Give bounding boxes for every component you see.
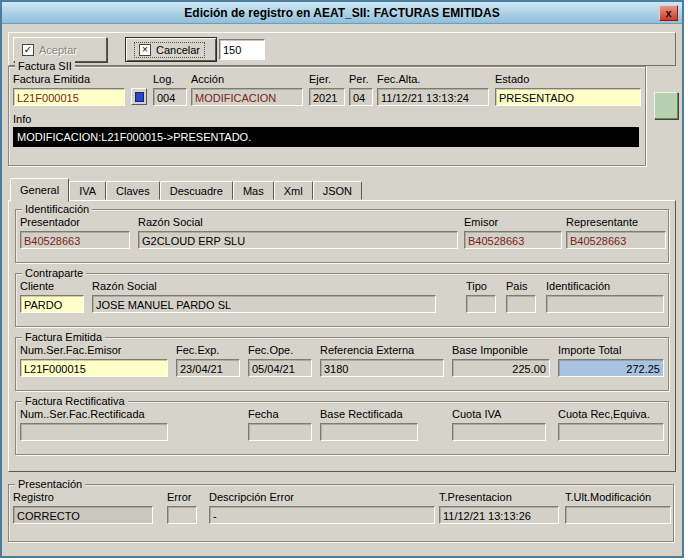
lookup-button[interactable] [131, 88, 147, 105]
representante-label: Representante [566, 216, 666, 230]
info-bar: MODIFICACION:L21F000015->PRESENTADO. [13, 127, 639, 147]
importe-total-label: Importe Total [558, 344, 664, 358]
log-cell: Log. 004 [153, 73, 187, 106]
fec-ope-cell: Fec.Ope. 05/04/21 [248, 344, 312, 377]
num-rectificada-field [20, 423, 168, 441]
tab-xml[interactable]: Xml [274, 181, 313, 200]
fec-alta-cell: Fec.Alta. 11/12/21 13:13:24 [377, 73, 489, 106]
per-cell: Per. 04 [349, 73, 373, 106]
emisor-field: B40528663 [464, 231, 562, 249]
contraparte-identificacion-cell: Identificación [546, 280, 664, 313]
toolbar: ✓ Aceptar × Cancelar [8, 32, 676, 66]
importe-total-field[interactable]: 272.25 [558, 359, 664, 377]
tab-general[interactable]: General [10, 178, 69, 202]
presentacion-legend: Presentación [15, 478, 85, 491]
descripcion-error-label: Descripción Error [209, 491, 435, 505]
cancel-button[interactable]: × Cancelar [125, 37, 217, 62]
accion-cell: Acción MODIFICACION [191, 73, 303, 106]
factura-emitida-label: Factura Emitida [13, 73, 125, 87]
accept-check-icon: ✓ [22, 44, 34, 56]
pais-cell: Pais [506, 280, 536, 313]
pais-field [506, 295, 536, 313]
fecha-field [248, 423, 312, 441]
error-field [167, 506, 197, 524]
tab-mas[interactable]: Mas [233, 181, 274, 200]
tab-json[interactable]: JSON [313, 181, 362, 200]
identificacion-group: Identificación Presentador B40528663 Raz… [15, 209, 669, 263]
accept-button[interactable]: ✓ Aceptar [13, 37, 107, 62]
razon-social-label: Razón Social [138, 216, 458, 230]
cuota-rec-cell: Cuota Rec,Equiva. [558, 408, 664, 441]
contraparte-group: Contraparte Cliente PARDO Razón Social J… [15, 273, 669, 327]
t-ult-modificacion-field [565, 506, 671, 524]
referencia-label: Referencia Externa [320, 344, 444, 358]
num-rectificada-cell: Num..Ser.Fac.Rectificada [20, 408, 168, 441]
contraparte-razon-field: JOSE MANUEL PARDO SL [92, 295, 436, 313]
num-ser-label: Num.Ser.Fac.Emisor [20, 344, 168, 358]
general-tab-panel: Identificación Presentador B40528663 Raz… [8, 200, 676, 472]
factura-emitida-legend: Factura Emitida [22, 331, 105, 344]
factura-emitida-group: Factura Emitida Num.Ser.Fac.Emisor L21F0… [15, 337, 669, 391]
close-button[interactable]: x [659, 5, 678, 21]
counter-input[interactable] [219, 39, 265, 60]
cuota-rec-label: Cuota Rec,Equiva. [558, 408, 664, 422]
per-field: 04 [349, 88, 373, 106]
error-cell: Error [167, 491, 197, 524]
factura-sii-legend: Factura SII [15, 60, 75, 73]
t-presentacion-label: T.Presentacion [439, 491, 559, 505]
cuota-iva-cell: Cuota IVA [452, 408, 546, 441]
base-imponible-label: Base Imponible [452, 344, 550, 358]
title-bar: Edición de registro en AEAT_SII: FACTURA… [2, 2, 682, 24]
registro-label: Registro [13, 491, 153, 505]
num-ser-field[interactable]: L21F000015 [20, 359, 168, 377]
dialog-window: Edición de registro en AEAT_SII: FACTURA… [0, 0, 684, 558]
referencia-cell: Referencia Externa 3180 [320, 344, 444, 377]
factura-emitida-field[interactable]: L21F000015 [13, 88, 125, 106]
tab-descuadre[interactable]: Descuadre [160, 181, 233, 200]
estado-label: Estado [495, 73, 641, 87]
cliente-field[interactable]: PARDO [20, 295, 84, 313]
estado-field[interactable]: PRESENTADO [495, 88, 641, 106]
presentador-cell: Presentador B40528663 [20, 216, 130, 249]
tab-iva[interactable]: IVA [69, 181, 106, 200]
estado-cell: Estado PRESENTADO [495, 73, 641, 106]
window-title: Edición de registro en AEAT_SII: FACTURA… [2, 2, 682, 24]
fec-alta-label: Fec.Alta. [377, 73, 489, 87]
per-label: Per. [349, 73, 373, 87]
accept-button-label: Aceptar [39, 44, 77, 56]
cuota-iva-label: Cuota IVA [452, 408, 546, 422]
lookup-icon [135, 92, 144, 102]
base-rectificada-label: Base Rectificada [320, 408, 418, 422]
estado-indicator[interactable] [654, 92, 678, 119]
t-ult-modificacion-cell: T.Ult.Modificación [565, 491, 671, 524]
razon-social-cell: Razón Social G2CLOUD ERP SLU [138, 216, 458, 249]
tipo-field [466, 295, 496, 313]
fecha-cell: Fecha [248, 408, 312, 441]
fecha-label: Fecha [248, 408, 312, 422]
cuota-rec-field [558, 423, 664, 441]
tipo-cell: Tipo [466, 280, 496, 313]
factura-emitida-cell: Factura Emitida L21F000015 [13, 73, 125, 106]
log-field: 004 [153, 88, 187, 106]
importe-total-cell: Importe Total 272.25 [558, 344, 664, 377]
referencia-field: 3180 [320, 359, 444, 377]
contraparte-identificacion-field [546, 295, 664, 313]
tipo-label: Tipo [466, 280, 496, 294]
fec-ope-label: Fec.Ope. [248, 344, 312, 358]
razon-social-field: G2CLOUD ERP SLU [138, 231, 458, 249]
fec-exp-label: Fec.Exp. [176, 344, 240, 358]
t-presentacion-field: 11/12/21 13:13:26 [439, 506, 559, 524]
t-presentacion-cell: T.Presentacion 11/12/21 13:13:26 [439, 491, 559, 524]
descripcion-error-cell: Descripción Error - [209, 491, 435, 524]
descripcion-error-field: - [209, 506, 435, 524]
presentacion-group: Presentación Registro CORRECTO Error Des… [8, 484, 674, 542]
num-ser-cell: Num.Ser.Fac.Emisor L21F000015 [20, 344, 168, 377]
identificacion-legend: Identificación [22, 203, 92, 216]
ejer-field: 2021 [309, 88, 345, 106]
base-imponible-field: 225.00 [452, 359, 550, 377]
contraparte-identificacion-label: Identificación [546, 280, 664, 294]
ejer-label: Ejer. [309, 73, 345, 87]
tab-claves[interactable]: Claves [106, 181, 160, 200]
accion-label: Acción [191, 73, 303, 87]
contraparte-razon-label: Razón Social [92, 280, 436, 294]
